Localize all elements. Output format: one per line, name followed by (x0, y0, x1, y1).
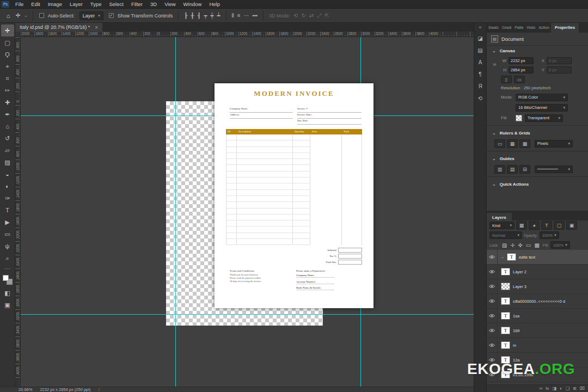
tab-swatc[interactable]: Swatc (487, 23, 500, 33)
landscape-orientation-button[interactable]: ▭ (514, 76, 525, 83)
menu-type[interactable]: Type (87, 0, 106, 9)
align-distribute-more-icon[interactable]: ⋯ (244, 13, 249, 19)
character-panel-icon[interactable]: A (479, 56, 482, 68)
3d-slide-icon[interactable]: ⤢ (317, 13, 321, 19)
close-tab-icon[interactable]: × (95, 24, 98, 30)
blur-tool[interactable]: ◒ (1, 168, 14, 180)
layer-row-7[interactable]: Tm (487, 338, 588, 353)
color-swatches[interactable] (3, 275, 13, 285)
align-top-edges-icon[interactable]: ┯ (204, 13, 207, 19)
3d-roll-icon[interactable]: ↻ (301, 13, 305, 19)
horizontal-ruler[interactable]: 2000180016001400120010008006004002000200… (21, 32, 474, 37)
layer-name[interactable]: 169 (513, 328, 520, 333)
rectangular-marquee-tool[interactable]: ▢ (1, 36, 14, 48)
auto-select-target-dropdown[interactable]: Layer▾ (79, 11, 103, 20)
show-transform-checkbox[interactable]: ✓ (109, 13, 114, 18)
y-field[interactable]: 0 px (547, 66, 572, 74)
new-layer-icon[interactable]: ⊞ (573, 386, 577, 391)
layer-thumbnail[interactable]: T (507, 253, 516, 261)
layer-name[interactable]: 1sa (513, 314, 519, 318)
glyphs-panel-icon[interactable]: Я (478, 80, 482, 92)
menu-layer[interactable]: Layer (66, 0, 87, 9)
crop-tool[interactable]: ⌗ (1, 72, 14, 84)
paragraph-panel-icon[interactable]: ¶ (479, 68, 481, 80)
tab-patte[interactable]: Patte (513, 23, 525, 33)
layer-row-3[interactable]: Layer 3 (487, 279, 588, 294)
pen-tool[interactable]: ✑ (1, 192, 14, 204)
visibility-eye-icon[interactable] (487, 338, 498, 353)
layer-row-4[interactable]: Tcilla0000000..<<<<<<<<<0 d (487, 294, 588, 309)
edit-toolbar-icon[interactable]: ⋯ (1, 264, 14, 273)
toggle-rulers-icon[interactable]: ▭ (494, 139, 505, 148)
link-layers-icon[interactable]: ∞ (540, 386, 543, 391)
filter-shape-layers-icon[interactable]: ▢ (554, 221, 565, 230)
visibility-eye-icon[interactable] (487, 250, 498, 265)
distribute-vertically-icon[interactable]: ≡ (237, 13, 241, 19)
collapse-panels-icon[interactable]: « (479, 24, 481, 32)
3d-scale-icon[interactable]: ⇱ (324, 13, 329, 19)
quick-mask-icon[interactable]: ◧ (1, 287, 14, 299)
clear-guides-icon[interactable]: ⊟ (519, 165, 530, 174)
auto-select-checkbox[interactable] (39, 13, 44, 18)
new-group-icon[interactable]: ❑ (566, 386, 569, 391)
new-guide-icon[interactable]: ▥ (494, 165, 505, 174)
menu-filter[interactable]: Filter (127, 0, 146, 9)
layer-row-2[interactable]: TLayer 2 (487, 265, 588, 279)
menu-view[interactable]: View (161, 0, 179, 9)
document-tab[interactable]: Italy id.psd @ 20.7% (RGB/16) * × (15, 23, 102, 32)
layer-row-1[interactable]: ⌄Tedite text (487, 250, 588, 265)
lock-position-icon[interactable]: ✜ (518, 242, 523, 248)
layer-thumbnail[interactable]: T (501, 341, 510, 349)
current-tool-icon[interactable]: ✛ (13, 12, 23, 19)
bit-depth-dropdown[interactable]: 16 Bits/Channel▾ (516, 104, 568, 112)
units-dropdown[interactable]: Pixels▾ (535, 140, 573, 148)
align-right-edges-icon[interactable]: ┨ (197, 13, 200, 19)
hand-tool[interactable]: ψ (1, 240, 14, 252)
layer-effects-icon[interactable]: fx (546, 386, 549, 391)
zoom-tool[interactable]: ⌕ (1, 252, 14, 264)
layer-thumbnail[interactable]: T (501, 312, 510, 320)
add-layer-mask-icon[interactable]: ◨ (553, 386, 557, 391)
align-bottom-edges-icon[interactable]: ┷ (217, 13, 220, 19)
color-mode-dropdown[interactable]: RGB Color▾ (516, 94, 568, 101)
foreground-color-swatch[interactable] (3, 275, 9, 281)
fill-swatch[interactable] (516, 115, 522, 121)
fill-opacity-dropdown[interactable]: 100%▾ (550, 241, 570, 249)
adjustments-icon[interactable]: ◪ (477, 32, 482, 44)
layer-filter-kind-dropdown[interactable]: Kind▾ (489, 222, 514, 229)
visibility-eye-icon[interactable] (487, 279, 498, 294)
align-left-edges-icon[interactable]: ┠ (184, 13, 187, 19)
layer-name[interactable]: cilla0000000..<<<<<<<<<0 d (513, 299, 565, 304)
align-vertical-centers-icon[interactable]: ┿ (210, 13, 213, 19)
layer-thumbnail[interactable]: T (501, 327, 510, 334)
filter-adjustment-layers-icon[interactable]: ◕ (529, 221, 540, 230)
eraser-tool[interactable]: ▱ (1, 144, 14, 156)
visibility-eye-icon[interactable] (487, 294, 498, 309)
blend-mode-dropdown[interactable]: Normal▾ (489, 231, 522, 239)
new-adjustment-layer-icon[interactable]: ◐ (560, 386, 562, 391)
eyedropper-tool[interactable]: ✏ (1, 84, 14, 96)
brush-tool[interactable]: ✒ (1, 108, 14, 120)
tab-histo[interactable]: Histo (525, 23, 537, 33)
menu-file[interactable]: File (11, 0, 27, 9)
tab-gradi[interactable]: Gradi (500, 23, 513, 33)
layer-thumbnail[interactable] (501, 283, 510, 290)
guide-style-dropdown[interactable]: ▾ (535, 166, 573, 173)
status-arrow-icon[interactable]: ⟩ (98, 387, 100, 392)
layer-name[interactable]: m (513, 343, 516, 348)
guide-vertical[interactable] (175, 37, 176, 387)
tab-properties[interactable]: Properties (551, 23, 579, 33)
3d-orbit-icon[interactable]: ⟲ (293, 13, 298, 19)
move-tool[interactable]: ✛ (1, 24, 14, 36)
toggle-snap-icon[interactable]: ▩ (519, 139, 530, 148)
layer-name[interactable]: Layer 3 (513, 284, 526, 289)
guide-horizontal[interactable] (21, 314, 474, 315)
clone-stamp-tool[interactable]: ⌂ (1, 120, 14, 132)
expand-chevron-icon[interactable]: ⌄ (501, 255, 504, 259)
history-brush-tool[interactable]: ↺ (1, 132, 14, 144)
horizontal-type-tool[interactable]: T (1, 204, 14, 216)
filter-smart-objects-icon[interactable]: ▣ (566, 221, 577, 230)
canvas-section-header[interactable]: ⌄ Canvas (487, 46, 588, 56)
quick-selection-tool[interactable]: ⌖ (1, 60, 14, 72)
layer-thumbnail[interactable]: T (501, 268, 510, 275)
